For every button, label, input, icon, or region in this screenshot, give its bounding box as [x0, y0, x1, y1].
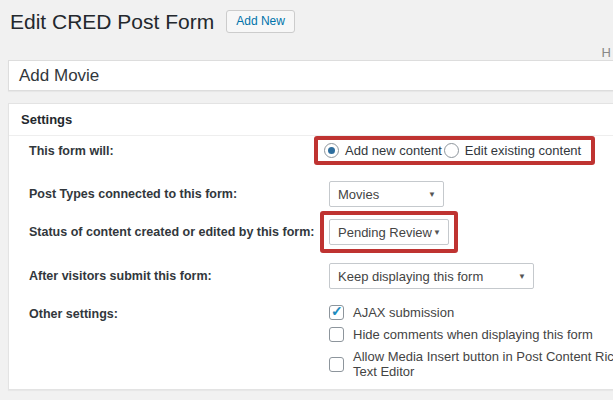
checkbox-allow-media-insert[interactable]: Allow Media Insert button in Post Conten… [329, 349, 613, 379]
chevron-down-icon: ▼ [428, 190, 436, 199]
other-settings-label: Other settings: [29, 305, 329, 321]
radio-button-icon[interactable] [444, 143, 459, 158]
radio-edit-existing-content-label: Edit existing content [465, 143, 581, 158]
radio-button-icon[interactable] [324, 143, 339, 158]
post-types-select[interactable]: Movies ▼ [329, 181, 444, 207]
help-tab[interactable]: H [602, 45, 611, 60]
settings-panel: Settings This form will: Add new content… [8, 103, 613, 390]
radio-edit-existing-content[interactable]: Edit existing content [444, 143, 581, 158]
post-types-selected-value: Movies [338, 187, 379, 202]
radio-add-new-content-label: Add new content [345, 143, 442, 158]
after-submit-select[interactable]: Keep displaying this form ▼ [329, 263, 534, 289]
row-status: Status of content created or edited by t… [29, 211, 613, 253]
checkbox-icon[interactable] [329, 305, 344, 320]
row-post-types: Post Types connected to this form: Movie… [29, 181, 613, 207]
checkbox-hide-comments-label: Hide comments when displaying this form [353, 327, 593, 342]
status-label: Status of content created or edited by t… [29, 225, 329, 239]
checkbox-ajax-submission[interactable]: AJAX submission [329, 305, 613, 320]
checkbox-icon[interactable] [329, 327, 344, 342]
settings-panel-title: Settings [9, 104, 613, 136]
page-header: Edit CRED Post Form Add New [0, 0, 613, 34]
form-title-input[interactable]: Add Movie [8, 60, 613, 91]
after-submit-label: After visitors submit this form: [29, 269, 329, 283]
after-submit-selected-value: Keep displaying this form [338, 269, 483, 284]
checkbox-allow-media-insert-label: Allow Media Insert button in Post Conten… [353, 349, 613, 379]
chevron-down-icon: ▼ [518, 272, 526, 281]
highlight-box-form-will: Add new content Edit existing content [314, 136, 595, 165]
other-settings-checkbox-list: AJAX submission Hide comments when displ… [329, 305, 613, 379]
checkbox-icon[interactable] [329, 357, 344, 372]
page-title: Edit CRED Post Form [10, 9, 214, 34]
radio-add-new-content[interactable]: Add new content [324, 143, 442, 158]
form-will-label: This form will: [29, 144, 329, 158]
add-new-button[interactable]: Add New [226, 10, 295, 33]
status-select[interactable]: Pending Review ▼ [329, 219, 449, 245]
row-other-settings: Other settings: AJAX submission Hide com… [29, 305, 613, 379]
post-types-label: Post Types connected to this form: [29, 187, 329, 201]
checkbox-hide-comments[interactable]: Hide comments when displaying this form [329, 327, 613, 342]
status-selected-value: Pending Review [338, 225, 432, 240]
highlight-box-status: Pending Review ▼ [320, 211, 458, 253]
checkbox-ajax-submission-label: AJAX submission [353, 305, 454, 320]
chevron-down-icon: ▼ [433, 228, 441, 237]
row-after-submit: After visitors submit this form: Keep di… [29, 263, 613, 289]
settings-panel-body: This form will: Add new content Edit exi… [9, 136, 613, 389]
row-form-will: This form will: Add new content Edit exi… [29, 136, 613, 165]
